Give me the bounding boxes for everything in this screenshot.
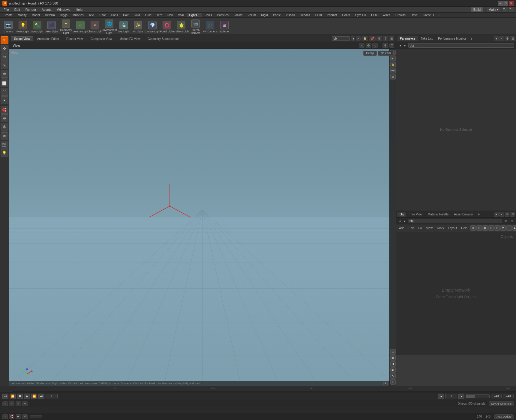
shelf-icon-area-light[interactable]: ⬛ Area Light: [45, 20, 58, 34]
shelf-icon-point-light[interactable]: 💡 Point Light: [16, 20, 29, 34]
view-tool-2[interactable]: ✛: [366, 43, 371, 48]
menu-file[interactable]: File: [1, 7, 11, 12]
net-help-btn[interactable]: Help: [460, 226, 469, 230]
maximize-button[interactable]: □: [503, 1, 508, 6]
camera-button[interactable]: 📷: [1, 141, 8, 148]
tab-obj[interactable]: obj: [397, 212, 406, 217]
status-snap-btn[interactable]: 🧲: [9, 414, 14, 419]
menu-render[interactable]: Render: [23, 7, 39, 12]
viewport-lock-btn[interactable]: 🔒: [362, 36, 368, 41]
params-nav-btn[interactable]: ◂: [494, 36, 499, 41]
shelf-tab-velum[interactable]: Velum: [245, 13, 258, 17]
shelf-tab-fem[interactable]: FEM: [369, 13, 380, 17]
shelf-icon-portal-light[interactable]: ⭕ Portal Light: [160, 20, 173, 34]
panel-split-btn[interactable]: ⊞: [503, 7, 508, 12]
shelf-tab-model[interactable]: Model: [29, 13, 42, 17]
network-add-tab[interactable]: +: [476, 212, 481, 217]
vp-info-btn[interactable]: ℹ: [390, 379, 396, 385]
shelf-tab-wires[interactable]: Wires: [380, 13, 393, 17]
panel-config-btn[interactable]: ⚙: [509, 7, 514, 12]
shelf-tab-rigid[interactable]: Rigid: [259, 13, 270, 17]
net-view-btn[interactable]: View: [425, 226, 434, 230]
shelf-tab-clou[interactable]: Clou: [164, 13, 176, 17]
shelf-tab-conta[interactable]: Conta: [340, 13, 352, 17]
shelf-tab-terr[interactable]: Terr: [154, 13, 164, 17]
audio-btn-3[interactable]: ⊙: [16, 401, 21, 406]
net-add-btn[interactable]: Add: [398, 226, 406, 230]
net-view-tree[interactable]: ⊞: [476, 225, 482, 231]
shelf-icon-sky-light[interactable]: 🌤 Sky Light: [117, 20, 130, 34]
net-view-grid[interactable]: ▦: [482, 225, 488, 231]
snap-button[interactable]: 🧲: [1, 106, 8, 114]
shelf-tab-riggs[interactable]: Riggs: [58, 13, 70, 17]
vp-look-btn[interactable]: 👁: [390, 56, 396, 62]
shelf-tab-hair[interactable]: Hair: [121, 13, 131, 17]
shelf-tab-volu[interactable]: Volu: [176, 13, 186, 17]
tab-composite-view[interactable]: Composite View: [87, 36, 116, 41]
shelf-tab-muscles[interactable]: Muscles: [70, 13, 86, 17]
shelf-tab-partic[interactable]: Partic: [271, 13, 283, 17]
shelf-tab-char[interactable]: Char: [97, 13, 108, 17]
shelf-tab-modify[interactable]: Modify: [15, 13, 29, 17]
shelf-icon-vr-camera[interactable]: 🎥 VR Camera: [203, 20, 217, 34]
brush-select-button[interactable]: ●: [1, 96, 8, 104]
status-refresh-btn[interactable]: ↺: [22, 414, 28, 419]
net-view-dot[interactable]: ·: [506, 225, 512, 231]
viewport-split-btn[interactable]: ⊞: [389, 36, 394, 41]
frame-step-back[interactable]: ◂: [438, 394, 444, 399]
net-go-btn[interactable]: Go: [417, 226, 423, 230]
shelf-tab-pyrofx[interactable]: Pyro FX: [353, 13, 368, 17]
network-nav-btn[interactable]: ◂: [494, 212, 499, 217]
current-frame-input[interactable]: [46, 394, 58, 398]
viewport-3d[interactable]: Persp No cam View ⌂ 👁 🔒 📷 ⊕ ⊡ ▦: [9, 49, 396, 386]
shelf-icon-ambient-light[interactable]: 🌟 Ambient Light: [175, 20, 188, 34]
shelf-icon-caustic-light[interactable]: 💎 Caustic Light: [146, 20, 159, 34]
shelf-tab-drived[interactable]: Drive: [408, 13, 420, 17]
net-view-flag[interactable]: ⚑: [500, 225, 506, 231]
tab-animation-editor[interactable]: Animation Editor: [34, 36, 62, 41]
view-settings-btn[interactable]: ⚙: [382, 43, 388, 48]
shelf-icon-volume-light[interactable]: ○ Volume Light: [74, 20, 87, 34]
shelf-tab-guid1[interactable]: Guid: [131, 13, 142, 17]
shelf-icon-geometry-light[interactable]: ✦ Geometry Light: [59, 19, 73, 35]
shelf-icon-spot-light[interactable]: 🔦 Spot Light: [31, 20, 44, 34]
audio-btn-2[interactable]: ▷: [9, 401, 14, 406]
shelf-tab-cons[interactable]: Cons: [109, 13, 120, 17]
menu-assets[interactable]: Assets: [39, 7, 54, 12]
view-button[interactable]: 👁: [1, 132, 8, 140]
tab-asset-browser[interactable]: Asset Browser: [452, 212, 476, 217]
shelf-icon-switcher[interactable]: ⊞ Switcher: [218, 20, 231, 34]
timeline-scrubber[interactable]: 0 50 100 150 200 240: [0, 386, 516, 392]
network-path-split-btn[interactable]: ⊞: [509, 219, 514, 223]
audio-btn-1[interactable]: ◁: [2, 401, 8, 406]
menu-windows[interactable]: Windows: [55, 7, 73, 12]
light-button[interactable]: 💡: [1, 149, 8, 157]
network-nav-fwd-btn[interactable]: ▸: [499, 212, 504, 217]
shelf-tab-lights[interactable]: Lights...: [187, 13, 202, 17]
shelf-tab-particles[interactable]: Particles: [215, 13, 231, 17]
tab-render-view[interactable]: Render View: [63, 36, 87, 41]
vp-display-btn[interactable]: ⊡: [390, 349, 396, 355]
network-path-input[interactable]: [408, 219, 502, 223]
shelf-tab-gamed[interactable]: Game D: [420, 13, 436, 17]
params-nav-fwd-btn[interactable]: ▸: [499, 36, 504, 41]
fps-input[interactable]: [445, 394, 457, 398]
shelf-add-tab[interactable]: +: [436, 13, 441, 17]
net-view-list[interactable]: ≡: [470, 225, 476, 231]
tab-parameters[interactable]: Parameters: [398, 36, 418, 41]
auto-update-btn[interactable]: Auto Update: [494, 414, 514, 419]
net-layout-btn[interactable]: Layout: [447, 226, 458, 230]
audio-btn-4[interactable]: ⊕: [22, 401, 28, 406]
shelf-icon-gi-light[interactable]: ✨ GI Light: [131, 20, 145, 34]
shelf-icon-environment-light[interactable]: 🌐 Environment Light: [103, 19, 116, 35]
shelf-tab-fluid[interactable]: Fluid: [313, 13, 324, 17]
projection-button[interactable]: Persp: [363, 51, 376, 56]
select-tool-button[interactable]: ↖: [1, 36, 8, 44]
shelf-icon-distant-light[interactable]: ☀ Distant Light: [88, 20, 101, 34]
net-view-more[interactable]: ▶: [512, 225, 516, 231]
viewport-help-btn[interactable]: ?: [383, 36, 388, 41]
vp-cam-btn[interactable]: 📷: [390, 68, 396, 74]
pivot-button[interactable]: ◎: [1, 123, 8, 130]
go-end-btn[interactable]: ⏭: [38, 394, 44, 399]
shelf-tab-viscou[interactable]: Viscou: [284, 13, 297, 17]
